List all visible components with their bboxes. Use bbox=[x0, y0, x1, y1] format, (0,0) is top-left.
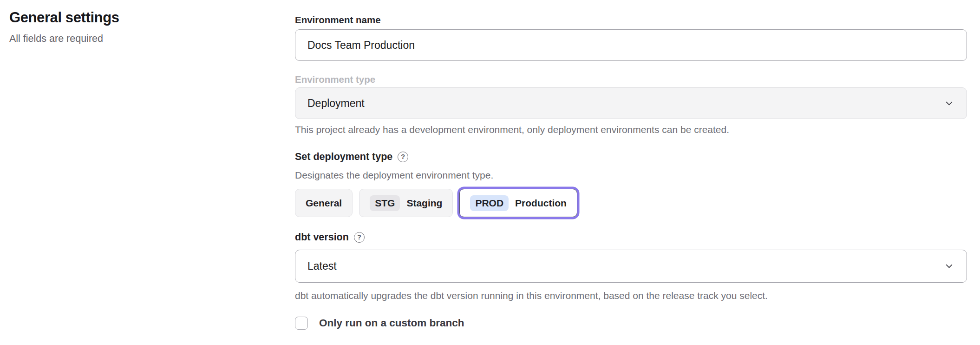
general-settings-form: Environment name Docs Team Production En… bbox=[295, 0, 967, 345]
environment-name-input[interactable]: Docs Team Production bbox=[295, 29, 967, 61]
deployment-type-staging-label: Staging bbox=[406, 198, 442, 209]
dbt-version-select[interactable]: Latest bbox=[295, 250, 967, 283]
deployment-type-help-icon[interactable]: ? bbox=[398, 152, 408, 162]
deployment-type-general-label: General bbox=[306, 198, 342, 209]
custom-branch-checkbox[interactable] bbox=[295, 317, 308, 330]
deployment-type-production-label: Production bbox=[515, 198, 567, 209]
custom-branch-row: Only run on a custom branch bbox=[295, 317, 464, 330]
environment-type-help: This project already has a development e… bbox=[295, 124, 967, 136]
deployment-type-general-button[interactable]: General bbox=[295, 189, 353, 217]
environment-type-label: Environment type bbox=[295, 74, 967, 85]
production-badge: PROD bbox=[470, 195, 509, 211]
dbt-version-value: Latest bbox=[307, 260, 337, 272]
dbt-version-section: dbt version ? bbox=[295, 232, 967, 243]
deployment-type-label: Set deployment type bbox=[295, 151, 392, 163]
environment-type-value: Deployment bbox=[307, 97, 365, 110]
deployment-type-production-button[interactable]: PROD Production bbox=[459, 189, 577, 217]
environment-type-select[interactable]: Deployment bbox=[295, 87, 967, 119]
deployment-type-description: Designates the deployment environment ty… bbox=[295, 169, 967, 181]
deployment-type-section: Set deployment type ? bbox=[295, 151, 967, 163]
deployment-type-options: General STG Staging PROD Production bbox=[295, 189, 577, 217]
environment-name-label: Environment name bbox=[295, 14, 967, 26]
environment-name-value: Docs Team Production bbox=[307, 39, 415, 52]
deployment-type-staging-button[interactable]: STG Staging bbox=[359, 189, 453, 217]
chevron-down-icon bbox=[944, 261, 954, 272]
dbt-version-help-icon[interactable]: ? bbox=[354, 232, 365, 243]
page-title: General settings bbox=[9, 9, 269, 26]
custom-branch-label[interactable]: Only run on a custom branch bbox=[319, 317, 464, 329]
staging-badge: STG bbox=[370, 195, 400, 211]
settings-header: General settings All fields are required bbox=[9, 9, 269, 45]
dbt-version-help: dbt automatically upgrades the dbt versi… bbox=[295, 290, 967, 302]
chevron-down-icon bbox=[944, 98, 954, 109]
page-subtitle: All fields are required bbox=[9, 33, 269, 45]
dbt-version-label: dbt version bbox=[295, 232, 349, 243]
